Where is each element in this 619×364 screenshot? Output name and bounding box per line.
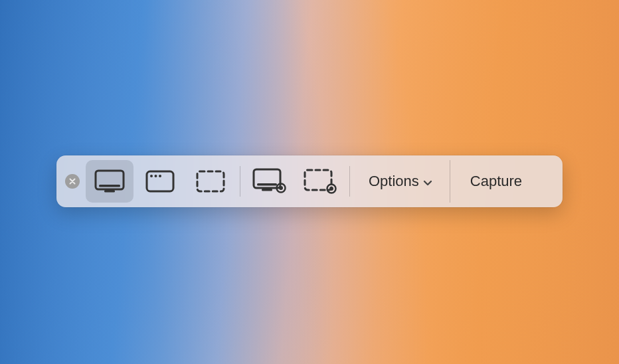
options-button[interactable]: Options xyxy=(354,160,444,203)
svg-point-4 xyxy=(150,175,153,177)
capture-button[interactable]: Capture xyxy=(450,160,542,203)
svg-point-12 xyxy=(279,186,283,190)
svg-rect-10 xyxy=(262,189,272,191)
capture-entire-screen-button[interactable] xyxy=(86,160,133,203)
record-selected-portion-button[interactable] xyxy=(296,160,344,203)
options-label: Options xyxy=(369,173,419,190)
capture-label: Capture xyxy=(470,173,522,190)
window-icon xyxy=(145,170,175,193)
close-button[interactable] xyxy=(60,155,84,207)
svg-point-5 xyxy=(155,175,157,177)
capture-selected-window-button[interactable] xyxy=(136,160,184,203)
record-screen-icon xyxy=(252,168,287,195)
svg-point-6 xyxy=(159,175,161,177)
svg-rect-3 xyxy=(147,171,173,191)
selection-icon xyxy=(195,169,226,193)
screen-icon xyxy=(94,169,125,193)
chevron-down-icon xyxy=(423,173,432,190)
separator xyxy=(349,166,350,197)
screenshot-toolbar: Options Capture xyxy=(56,155,563,207)
svg-rect-2 xyxy=(104,190,115,193)
svg-rect-7 xyxy=(197,171,224,191)
record-selection-icon xyxy=(303,168,337,195)
svg-rect-9 xyxy=(257,183,277,186)
svg-rect-1 xyxy=(99,185,120,187)
separator xyxy=(240,166,240,197)
record-entire-screen-button[interactable] xyxy=(246,160,294,203)
close-icon xyxy=(65,174,80,189)
svg-point-15 xyxy=(329,187,333,191)
capture-selected-portion-button[interactable] xyxy=(187,160,234,203)
